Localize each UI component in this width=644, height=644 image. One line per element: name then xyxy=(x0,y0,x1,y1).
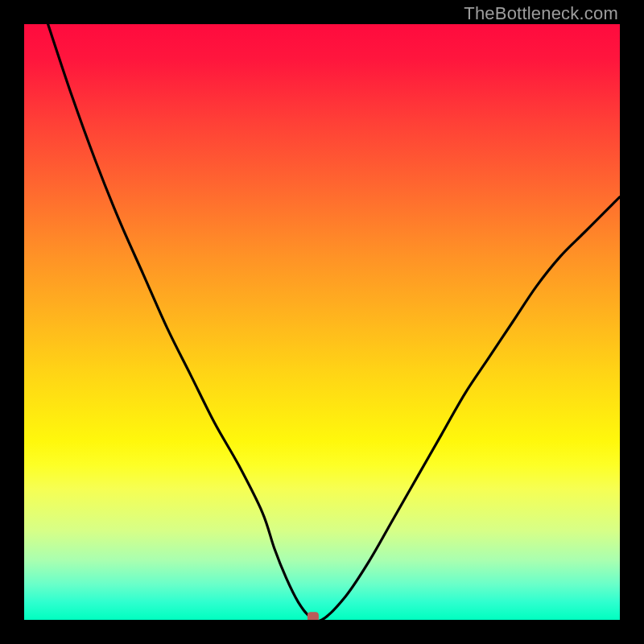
chart-frame: TheBottleneck.com xyxy=(0,0,644,644)
plot-area xyxy=(24,24,620,620)
curve-path xyxy=(48,24,620,620)
min-marker xyxy=(308,612,319,620)
chart-svg xyxy=(24,24,620,620)
watermark: TheBottleneck.com xyxy=(464,3,618,24)
